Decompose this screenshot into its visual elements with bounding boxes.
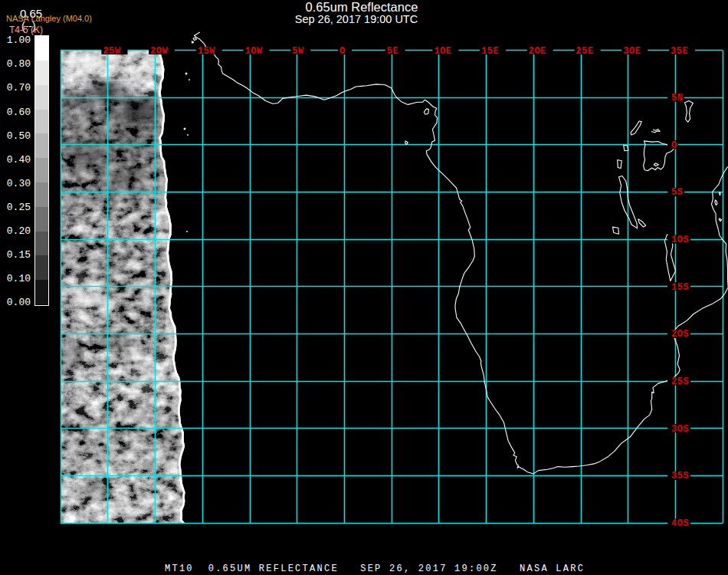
svg-text:O: O [671,140,677,151]
svg-text:2OS: 2OS [671,329,689,340]
svg-text:2OW: 2OW [150,46,168,57]
svg-text:25E: 25E [576,46,594,57]
svg-text:5N: 5N [671,93,683,104]
svg-text:O: O [339,46,346,57]
svg-text:15E: 15E [481,46,499,57]
svg-text:35S: 35S [671,471,689,481]
svg-text:1OW: 1OW [245,46,263,57]
svg-text:25S: 25S [671,376,689,387]
svg-text:5W: 5W [292,46,304,57]
svg-text:35E: 35E [671,46,688,57]
svg-text:4OS: 4OS [671,518,689,529]
svg-text:1OE: 1OE [434,46,451,57]
svg-text:15W: 15W [198,46,215,57]
svg-text:15S: 15S [671,282,689,293]
svg-text:5E: 5E [387,46,398,57]
svg-text:5S: 5S [671,187,683,198]
svg-text:1OS: 1OS [671,235,689,245]
svg-text:2OE: 2OE [529,46,546,57]
svg-text:3OS: 3OS [671,424,689,435]
svg-text:25W: 25W [103,46,120,57]
svg-text:3OE: 3OE [623,46,641,57]
